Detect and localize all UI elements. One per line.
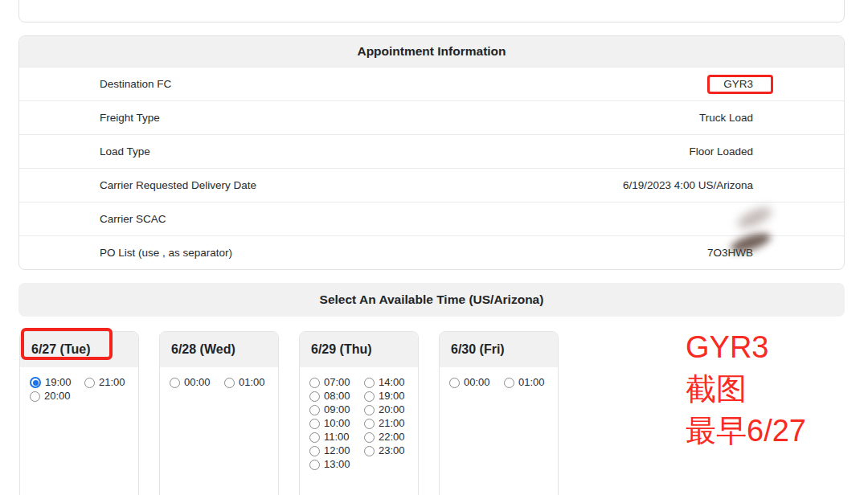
info-row-value-cell: 7O3HWB [707,247,844,259]
time-option-label: 01:00 [518,377,545,388]
info-row-value-cell: GYR3 [707,78,844,90]
time-option-label: 21:00 [379,418,405,429]
appointment-info-title: Appointment Information [19,36,844,67]
time-option-label: 21:00 [99,377,125,388]
info-row-label: Load Type [19,145,689,158]
info-row: Carrier SCAC [19,202,844,235]
radio-button[interactable] [449,378,460,388]
time-option-label: 01:00 [239,377,265,388]
time-option[interactable]: 22:00 [364,432,412,443]
time-option-label: 00:00 [184,377,211,388]
appointment-info-card: Appointment Information Destination FCGY… [18,35,845,270]
info-row-label: Carrier SCAC [19,213,753,225]
time-option-label: 09:00 [324,404,350,415]
time-option-label: 19:00 [45,377,72,388]
radio-button[interactable] [364,446,375,456]
time-option-label: 11:00 [324,432,350,443]
info-row-value: 7O3HWB [707,247,753,259]
time-option[interactable]: 01:00 [224,377,272,388]
time-option[interactable]: 21:00 [364,418,412,429]
info-row-value: Floor Loaded [689,145,753,158]
time-option[interactable]: 11:00 [309,432,358,443]
time-column: 07:0008:0009:0010:0011:0012:0013:00 [309,377,358,470]
day-header: 6/29 (Thu) [300,332,418,367]
time-column: 19:0020:00 [30,377,78,402]
time-option-label: 00:00 [464,377,490,388]
radio-button[interactable] [84,378,95,388]
time-option[interactable]: 12:00 [309,445,358,456]
time-option[interactable]: 13:00 [309,459,358,470]
info-row: Carrier Requested Delivery Date6/19/2023… [19,168,844,202]
time-option[interactable]: 20:00 [30,391,78,402]
time-option-label: 20:00 [44,391,71,402]
radio-button[interactable] [364,391,375,402]
time-option-label: 07:00 [324,377,350,388]
time-option[interactable]: 19:00 [364,391,412,402]
time-column: 00:00 [449,377,497,388]
time-option[interactable]: 21:00 [84,377,133,388]
time-option-label: 20:00 [379,404,405,415]
day-time-list: 00:0001:00 [440,367,558,388]
radio-button[interactable] [309,405,320,415]
time-option-label: 12:00 [324,445,350,456]
time-column: 01:00 [504,377,552,388]
day-card: 6/29 (Thu)07:0008:0009:0010:0011:0012:00… [299,331,419,495]
radio-button[interactable] [309,432,320,443]
day-card: 6/30 (Fri)00:0001:00 [439,331,559,495]
time-column: 14:0019:0020:0021:0022:0023:00 [364,377,412,470]
radio-button[interactable] [364,378,375,388]
info-row-value: Truck Load [699,112,753,124]
time-selection-title: Select An Available Time (US/Arizona) [18,283,845,317]
day-time-list: 07:0008:0009:0010:0011:0012:0013:0014:00… [300,367,418,470]
day-time-list: 19:0020:0021:00 [20,367,138,402]
info-row-label: Carrier Requested Delivery Date [19,179,623,191]
time-option[interactable]: 00:00 [449,377,497,388]
annotation-notes: GYR3截图最早6/27 [686,326,806,452]
radio-button[interactable] [224,378,235,388]
appointment-info-table: Destination FCGYR3Freight TypeTruck Load… [19,67,844,269]
radio-button[interactable] [504,378,514,388]
radio-button[interactable] [170,378,180,388]
time-option-label: 14:00 [379,377,405,388]
radio-button[interactable] [309,446,320,456]
radio-button[interactable] [364,432,375,443]
info-row-label: Destination FC [19,78,707,90]
time-option[interactable]: 10:00 [309,418,358,429]
info-row-value-cell: Truck Load [699,112,844,124]
annotation-box-627 [21,328,113,360]
info-row-label: Freight Type [19,112,699,124]
time-option[interactable]: 01:00 [504,377,552,388]
time-option-label: 19:00 [379,391,405,402]
time-option-label: 23:00 [379,445,405,456]
radio-button[interactable] [364,419,375,429]
info-row: Load TypeFloor Loaded [19,134,844,168]
time-option[interactable]: 20:00 [364,404,412,415]
day-header: 6/30 (Fri) [440,332,558,367]
radio-button[interactable] [309,391,320,402]
time-option[interactable]: 23:00 [364,445,412,456]
time-option[interactable]: 14:00 [364,377,412,388]
radio-button[interactable] [309,419,320,429]
time-option[interactable]: 07:00 [309,377,358,388]
radio-button[interactable] [309,378,320,388]
time-option[interactable]: 19:00 [30,377,78,388]
annotation-box-value: GYR3 [707,75,773,94]
time-option-label: 08:00 [324,391,350,402]
time-column: 00:00 [170,377,218,388]
radio-button[interactable] [30,391,40,402]
info-row: PO List (use , as separator)7O3HWB [19,235,844,269]
radio-button[interactable] [364,405,375,415]
radio-button-checked[interactable] [30,377,41,388]
day-header: 6/28 (Wed) [160,332,278,367]
day-time-list: 00:0001:00 [160,367,278,388]
time-option-label: 10:00 [324,418,350,429]
annotation-note-line: 最早6/27 [686,410,806,452]
info-row: Freight TypeTruck Load [19,100,844,134]
time-option-label: 22:00 [379,432,405,443]
time-option[interactable]: 08:00 [309,391,358,402]
time-option[interactable]: 00:00 [170,377,218,388]
info-row: Destination FCGYR3 [19,67,844,100]
time-option[interactable]: 09:00 [309,404,358,415]
info-row-label: PO List (use , as separator) [19,247,707,259]
radio-button[interactable] [309,460,320,470]
